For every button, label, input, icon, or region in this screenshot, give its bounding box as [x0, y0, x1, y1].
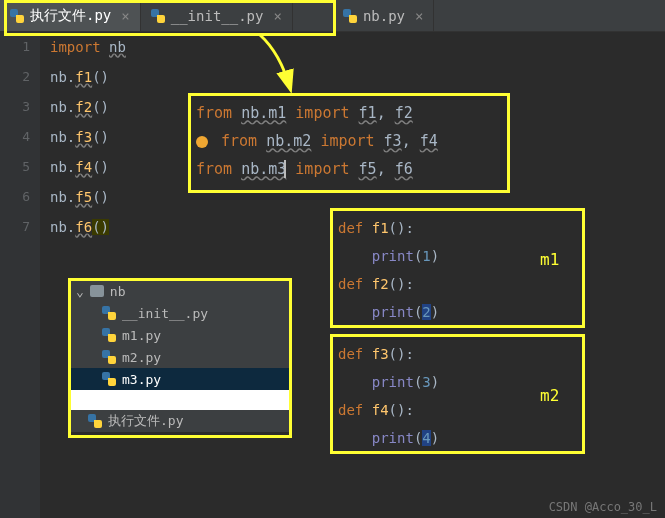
folder-icon — [90, 285, 104, 297]
line-number: 3 — [0, 92, 40, 122]
line-number: 2 — [0, 62, 40, 92]
tab-execute-file[interactable]: 执行文件.py × — [0, 0, 141, 31]
code-line: print(4) — [338, 424, 556, 452]
close-icon[interactable]: × — [415, 8, 423, 24]
tab-label: 执行文件.py — [30, 7, 111, 25]
code-line: def f1(): — [338, 214, 556, 242]
tree-gap — [70, 390, 290, 410]
line-number: 6 — [0, 182, 40, 212]
tree-label: 执行文件.py — [108, 412, 183, 430]
project-tree[interactable]: ⌄ nb __init__.py m1.py m2.py m3.py 执行文件.… — [70, 280, 290, 432]
close-icon[interactable]: × — [121, 8, 129, 24]
code-line: def f2(): — [338, 270, 556, 298]
python-file-icon — [151, 9, 165, 23]
tree-label: m3.py — [122, 372, 161, 387]
code-line: print(1) — [338, 242, 556, 270]
module-label-m2: m2 — [540, 386, 559, 405]
tree-file[interactable]: m1.py — [70, 324, 290, 346]
tree-file[interactable]: __init__.py — [70, 302, 290, 324]
intention-bulb-icon[interactable] — [196, 136, 208, 148]
python-file-icon — [102, 372, 116, 386]
tree-folder-nb[interactable]: ⌄ nb — [70, 280, 290, 302]
code-line: import nb — [50, 32, 665, 62]
tab-label: nb.py — [363, 8, 405, 24]
python-file-icon — [102, 306, 116, 320]
watermark: CSDN @Acco_30_L — [549, 500, 657, 514]
python-file-icon — [102, 328, 116, 342]
code-line: def f3(): — [338, 340, 556, 368]
tree-label: m1.py — [122, 328, 161, 343]
code-line: def f4(): — [338, 396, 556, 424]
line-number: 5 — [0, 152, 40, 182]
code-line: print(2) — [338, 298, 556, 326]
tree-label: __init__.py — [122, 306, 208, 321]
chevron-down-icon: ⌄ — [76, 284, 84, 299]
python-file-icon — [10, 9, 24, 23]
tree-file-selected[interactable]: m3.py — [70, 368, 290, 390]
gutter: 1 2 3 4 5 6 7 — [0, 32, 40, 518]
module-label-m1: m1 — [540, 250, 559, 269]
line-number: 7 — [0, 212, 40, 242]
code-line: print(3) — [338, 368, 556, 396]
tree-file[interactable]: m2.py — [70, 346, 290, 368]
line-number: 1 — [0, 32, 40, 62]
m2-code-panel: def f3(): print(3) def f4(): print(4) — [332, 336, 562, 451]
python-file-icon — [343, 9, 357, 23]
tab-init[interactable]: __init__.py × — [141, 0, 293, 31]
tree-label: nb — [110, 284, 126, 299]
tree-label: m2.py — [122, 350, 161, 365]
code-line: nb.f1() — [50, 62, 665, 92]
code-line: from nb.m3 import f5, f6 — [196, 155, 504, 183]
code-line: from nb.m1 import f1, f2 — [196, 99, 504, 127]
code-line: from nb.m2 import f3, f4 — [196, 127, 504, 155]
tab-bar: 执行文件.py × __init__.py × nb.py × — [0, 0, 665, 32]
line-number: 4 — [0, 122, 40, 152]
init-code-panel: from nb.m1 import f1, f2 from nb.m2 impo… — [190, 95, 510, 191]
tab-nb[interactable]: nb.py × — [333, 0, 435, 31]
close-icon[interactable]: × — [273, 8, 281, 24]
tab-label: __init__.py — [171, 8, 264, 24]
tree-file[interactable]: 执行文件.py — [70, 410, 290, 432]
python-file-icon — [102, 350, 116, 364]
m1-code-panel: def f1(): print(1) def f2(): print(2) — [332, 210, 562, 325]
python-file-icon — [88, 414, 102, 428]
